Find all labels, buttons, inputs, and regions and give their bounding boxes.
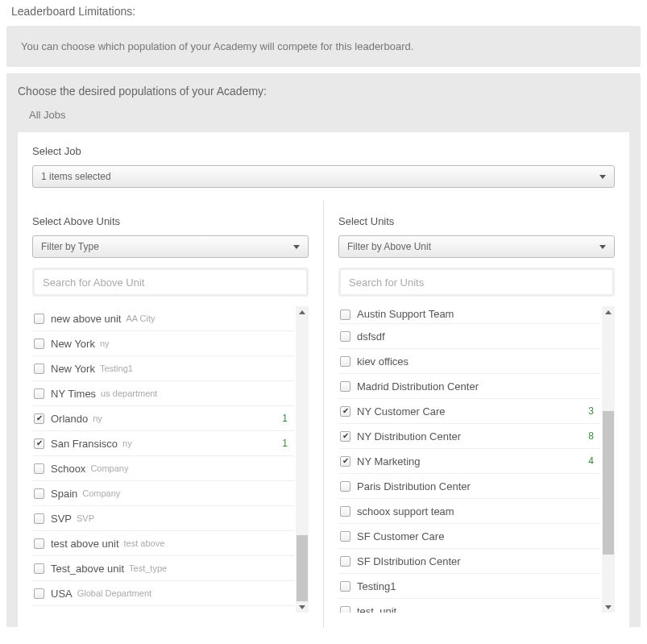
list-item[interactable]: Madrid Distribution Center xyxy=(338,374,600,399)
chevron-down-icon xyxy=(599,175,606,179)
list-item-count: 3 xyxy=(588,405,599,417)
list-item[interactable]: NY Distribution Center8 xyxy=(338,424,600,449)
list-item-label: NY Customer Care xyxy=(357,405,446,418)
filter-above-units-dropdown[interactable]: Filter by Type xyxy=(32,235,309,258)
checkbox-icon[interactable] xyxy=(34,413,44,424)
list-item[interactable]: schoox support team xyxy=(338,499,600,524)
list-item[interactable]: kiev offices xyxy=(338,349,600,374)
list-item[interactable]: SpainCompany xyxy=(32,481,294,506)
search-units-input[interactable] xyxy=(338,268,615,297)
checkbox-icon[interactable] xyxy=(340,381,350,392)
list-item-label: NY Marketing xyxy=(357,455,421,467)
list-item[interactable]: WalkMe above unitWalkme Above Unit xyxy=(32,606,294,613)
list-item[interactable]: SVPSVP xyxy=(32,506,294,531)
list-item[interactable]: NY Customer Care3 xyxy=(338,399,600,424)
list-item-secondary: Global Department xyxy=(77,588,151,598)
checkbox-icon[interactable] xyxy=(34,538,44,549)
list-item-label: New York xyxy=(51,363,95,375)
list-item-count: 4 xyxy=(588,455,599,467)
list-item-secondary: Test_type xyxy=(129,563,167,573)
list-item[interactable]: test_unit xyxy=(338,599,600,613)
above-units-scrollbar[interactable] xyxy=(296,306,309,613)
list-item-label: NY Distribution Center xyxy=(357,430,461,442)
select-job-label: Select Job xyxy=(32,145,615,157)
checkbox-icon[interactable] xyxy=(340,556,350,567)
scroll-down-icon[interactable] xyxy=(602,601,615,613)
checkbox-icon[interactable] xyxy=(34,563,44,574)
all-jobs-label: All Jobs xyxy=(29,109,629,121)
select-units-label: Select Units xyxy=(338,215,615,227)
checkbox-icon[interactable] xyxy=(34,463,44,474)
list-item-label: new above unit xyxy=(51,313,121,325)
list-item-label: Spain xyxy=(51,488,77,500)
list-item-secondary: test above xyxy=(124,538,165,548)
scroll-up-icon[interactable] xyxy=(296,306,309,318)
list-item[interactable]: Testing1 xyxy=(338,574,600,599)
choose-populations-label: Choose the desired populations of your A… xyxy=(18,85,629,98)
scroll-down-icon[interactable] xyxy=(296,601,309,613)
list-item-label: Test_above unit xyxy=(51,563,124,575)
checkbox-icon[interactable] xyxy=(34,438,44,449)
checkbox-icon[interactable] xyxy=(340,506,350,517)
checkbox-icon[interactable] xyxy=(34,388,44,399)
list-item[interactable]: SF Customer Care xyxy=(338,524,600,549)
units-scrollbar[interactable] xyxy=(602,306,615,613)
list-item-label: test_unit xyxy=(357,605,396,613)
list-item[interactable]: NY Timesus department xyxy=(32,381,294,406)
list-item[interactable]: New Yorkny xyxy=(32,331,294,356)
checkbox-icon[interactable] xyxy=(34,513,44,524)
checkbox-icon[interactable] xyxy=(34,314,44,324)
list-item[interactable]: Paris Distribution Center xyxy=(338,474,600,499)
select-job-value: 1 items selected xyxy=(41,171,111,182)
list-item-label: San Fransisco xyxy=(51,438,118,450)
checkbox-icon[interactable] xyxy=(34,364,44,374)
checkbox-icon[interactable] xyxy=(340,310,350,320)
checkbox-icon[interactable] xyxy=(34,339,44,349)
checkbox-icon[interactable] xyxy=(34,488,44,499)
list-item[interactable]: dsfsdf xyxy=(338,324,600,349)
list-item[interactable]: new above unitAA City xyxy=(32,306,294,331)
checkbox-icon[interactable] xyxy=(340,531,350,542)
list-item[interactable]: USAGlobal Department xyxy=(32,581,294,606)
checkbox-icon[interactable] xyxy=(340,431,350,442)
list-item[interactable]: New YorkTesting1 xyxy=(32,356,294,381)
filter-above-units-value: Filter by Type xyxy=(41,241,99,252)
checkbox-icon[interactable] xyxy=(340,581,350,592)
list-item[interactable]: NY Marketing4 xyxy=(338,449,600,474)
search-above-unit-input[interactable] xyxy=(32,268,309,297)
list-item-secondary: Testing1 xyxy=(100,364,133,373)
list-item-label: kiev offices xyxy=(357,355,409,368)
checkbox-icon[interactable] xyxy=(340,456,350,467)
list-item-secondary: SVP xyxy=(77,513,94,523)
scrollbar-thumb[interactable] xyxy=(603,411,614,555)
list-item[interactable]: SchooxCompany xyxy=(32,456,294,481)
checkbox-icon[interactable] xyxy=(340,481,350,492)
list-item-secondary: Company xyxy=(82,488,120,498)
list-item-secondary: ny xyxy=(93,413,102,423)
list-item[interactable]: Test_above unitTest_type xyxy=(32,556,294,581)
list-item[interactable]: San Fransiscony1 xyxy=(32,431,294,456)
checkbox-icon[interactable] xyxy=(34,588,44,599)
list-item[interactable]: Austin Support Team xyxy=(338,306,600,324)
list-item-label: SF DIstribution Center xyxy=(357,555,461,567)
list-item-label: SF Customer Care xyxy=(357,530,444,542)
scroll-up-icon[interactable] xyxy=(602,306,615,318)
checkbox-icon[interactable] xyxy=(340,331,350,342)
page-title: Leaderboard Limitations: xyxy=(0,0,647,26)
filter-units-dropdown[interactable]: Filter by Above Unit xyxy=(338,235,615,258)
checkbox-icon[interactable] xyxy=(340,406,350,417)
list-item[interactable]: test above unittest above xyxy=(32,531,294,556)
checkbox-icon[interactable] xyxy=(340,606,350,613)
list-item[interactable]: SF DIstribution Center xyxy=(338,549,600,574)
list-item-label: Schoox xyxy=(51,463,85,475)
list-item-label: New York xyxy=(51,338,95,350)
list-item-label: Paris Distribution Center xyxy=(357,480,471,492)
list-item-count: 8 xyxy=(588,430,599,442)
list-item-label: NY Times xyxy=(51,388,96,400)
select-job-dropdown[interactable]: 1 items selected xyxy=(32,165,615,188)
checkbox-icon[interactable] xyxy=(340,356,350,367)
list-item-label: dsfsdf xyxy=(357,330,385,343)
scrollbar-thumb[interactable] xyxy=(297,535,308,601)
select-above-units-label: Select Above Units xyxy=(32,215,309,227)
list-item[interactable]: Orlandony1 xyxy=(32,406,294,431)
